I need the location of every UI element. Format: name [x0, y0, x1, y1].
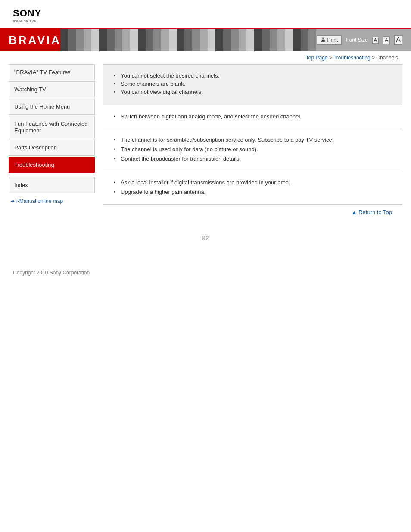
solution-item: The channel is for scrambled/subscriptio…: [114, 135, 392, 145]
banner: BRAVIA 🖶 Print Font Size A A A: [0, 29, 411, 51]
banner-title: BRAVIA: [9, 34, 61, 47]
footer: Copyright 2010 Sony Corporation: [0, 261, 411, 284]
arrow-up-icon: ▲: [352, 209, 358, 215]
font-size-small-button[interactable]: A: [372, 37, 379, 44]
solution-item: Switch between digital and analog mode, …: [114, 112, 392, 121]
content: • You cannot select the desired channels…: [103, 64, 402, 220]
problem-item: • You cannot select the desired channels…: [114, 72, 392, 81]
solution-item: Ask a local installer if digital transmi…: [114, 178, 392, 187]
solution-item: The channel is used only for data (no pi…: [114, 145, 392, 154]
breadcrumb-sep2: >: [372, 55, 376, 61]
return-to-top: ▲ Return to Top: [103, 204, 402, 220]
solution-section-1: Switch between digital and analog mode, …: [103, 105, 402, 128]
sony-logo: SONY make.believe: [13, 8, 398, 23]
imanual-link[interactable]: ➜ i-Manual online map: [9, 198, 95, 204]
font-size-large-button[interactable]: A: [394, 35, 402, 45]
sidebar-item-troubleshooting[interactable]: Troubleshooting: [9, 157, 95, 173]
problem-item: • Some channels are blank.: [114, 81, 392, 89]
print-button[interactable]: 🖶 Print: [317, 35, 342, 45]
breadcrumb: Top Page > Troubleshooting > Channels: [0, 51, 411, 64]
banner-stripes: [60, 29, 316, 51]
breadcrumb-current: Channels: [376, 55, 398, 61]
sony-tagline: make.believe: [13, 19, 398, 23]
font-size-medium-button[interactable]: A: [383, 36, 390, 44]
page-number: 82: [0, 228, 411, 248]
breadcrumb-top[interactable]: Top Page: [306, 55, 328, 61]
breadcrumb-sep1: >: [329, 55, 333, 61]
copyright-text: Copyright 2010 Sony Corporation: [13, 270, 90, 276]
solution-item: Upgrade to a higher gain antenna.: [114, 187, 392, 197]
printer-icon: 🖶: [321, 37, 326, 43]
print-label: Print: [327, 37, 338, 43]
breadcrumb-troubleshooting[interactable]: Troubleshooting: [333, 55, 371, 61]
header: SONY make.believe: [0, 0, 411, 29]
solution-item: Contact the broadcaster for transmission…: [114, 154, 392, 164]
banner-controls: 🖶 Print Font Size A A A: [317, 35, 402, 45]
return-top-link[interactable]: ▲ Return to Top: [352, 209, 392, 215]
sidebar-item-bravia-tv-features[interactable]: "BRAVIA" TV Features: [9, 64, 95, 80]
font-size-label: Font Size: [346, 37, 368, 43]
problem-list: • You cannot select the desired channels…: [114, 72, 392, 97]
sidebar: "BRAVIA" TV Features Watching TV Using t…: [9, 64, 95, 220]
sidebar-item-fun-features[interactable]: Fun Features with Connected Equipment: [9, 116, 95, 138]
sony-text: SONY: [13, 8, 398, 19]
problem-box: • You cannot select the desired channels…: [103, 65, 402, 105]
sidebar-item-watching-tv[interactable]: Watching TV: [9, 81, 95, 97]
arrow-icon: ➜: [10, 198, 15, 204]
solution-section-3: Ask a local installer if digital transmi…: [103, 171, 402, 204]
main-layout: "BRAVIA" TV Features Watching TV Using t…: [0, 64, 411, 228]
sidebar-item-index[interactable]: Index: [9, 177, 95, 193]
problem-item: • You cannot view digital channels.: [114, 89, 392, 97]
sidebar-item-parts-description[interactable]: Parts Description: [9, 140, 95, 156]
solution-section-2: The channel is for scrambled/subscriptio…: [103, 128, 402, 171]
sidebar-item-using-home-menu[interactable]: Using the Home Menu: [9, 99, 95, 115]
